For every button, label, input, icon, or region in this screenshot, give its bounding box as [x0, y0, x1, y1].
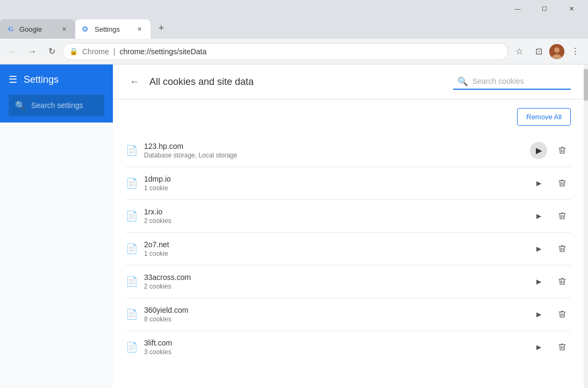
settings-favicon: ⚙ [82, 25, 90, 33]
tab-google[interactable]: G Google ✕ [0, 19, 75, 39]
avatar[interactable] [549, 44, 564, 59]
tab-settings-close[interactable]: ✕ [134, 24, 144, 34]
list-item: 📄 1rx.io 2 cookies ▶ [126, 200, 571, 233]
cookie-name: 123.hp.com [144, 142, 524, 150]
expand-button[interactable]: ▶ [530, 207, 547, 225]
sidebar-header: ☰ Settings [0, 64, 113, 95]
cookie-name: 3lift.com [144, 339, 524, 347]
remove-all-row: Remove All [126, 99, 571, 134]
list-item: 📄 33across.com 2 cookies ▶ [126, 265, 571, 298]
tab-search-button[interactable]: ⊡ [530, 43, 547, 60]
address-separator: | [113, 47, 116, 56]
expand-button[interactable]: ▶ [530, 339, 547, 356]
cookies-search-input[interactable] [472, 77, 567, 85]
cookie-info: 2o7.net 1 cookie [144, 240, 524, 257]
forward-button[interactable]: → [24, 43, 41, 60]
cookie-desc: 2 cookies [144, 217, 524, 225]
reload-button[interactable]: ↻ [43, 43, 60, 60]
cookie-name: 360yield.com [144, 306, 524, 314]
list-item: 📄 2o7.net 1 cookie ▶ [126, 233, 571, 265]
cookie-desc: Database storage, Local storage [144, 152, 524, 159]
file-icon: 📄 [126, 308, 138, 320]
list-item: 📄 1dmp.io 1 cookie ▶ [126, 167, 571, 200]
remove-all-button[interactable]: Remove All [517, 108, 571, 126]
nav-right-actions: ☆ ⊡ ⋮ [511, 43, 584, 60]
list-item: 📄 360yield.com 8 cookies ▶ [126, 298, 571, 331]
tab-settings-label: Settings [95, 25, 120, 33]
cookie-info: 123.hp.com Database storage, Local stora… [144, 142, 524, 159]
page-title: All cookies and site data [149, 76, 447, 88]
expand-button[interactable]: ▶ [530, 175, 547, 192]
delete-button[interactable] [554, 142, 571, 159]
list-item: 📄 3lift.com 3 cookies ▶ [126, 331, 571, 363]
address-bar[interactable]: 🔒 Chrome | chrome://settings/siteData [62, 43, 508, 60]
scrollbar[interactable] [584, 64, 588, 388]
expand-button[interactable]: ▶ [530, 240, 547, 257]
maximize-button[interactable]: ☐ [532, 0, 557, 17]
search-cookies-icon: 🔍 [457, 76, 468, 87]
file-icon: 📄 [126, 177, 138, 189]
file-icon: 📄 [126, 341, 138, 353]
expand-button[interactable]: ▶ [530, 306, 547, 323]
tab-bar: G Google ✕ ⚙ Settings ✕ + [0, 17, 588, 39]
back-to-settings-button[interactable]: ← [126, 73, 143, 90]
file-icon: 📄 [126, 276, 138, 288]
cookie-info: 1dmp.io 1 cookie [144, 175, 524, 192]
cookies-search-bar: 🔍 [453, 74, 571, 90]
cookie-name: 1rx.io [144, 207, 524, 216]
delete-button[interactable] [554, 175, 571, 192]
cookie-info: 360yield.com 8 cookies [144, 306, 524, 323]
settings-search-container: 🔍 [0, 95, 113, 123]
cookie-name: 2o7.net [144, 240, 524, 249]
tab-settings[interactable]: ⚙ Settings ✕ [75, 19, 150, 39]
delete-button[interactable] [554, 339, 571, 356]
scrollbar-thumb[interactable] [584, 69, 588, 101]
expand-button[interactable]: ▶ [530, 273, 547, 290]
address-chrome: Chrome [82, 47, 109, 56]
expand-button[interactable]: ▶ [530, 142, 547, 159]
tab-google-label: Google [19, 25, 42, 33]
app-body: ☰ Settings 🔍 ← All cookies and site data… [0, 64, 588, 388]
tab-google-close[interactable]: ✕ [59, 24, 69, 34]
settings-search-input[interactable] [31, 101, 125, 110]
sidebar: ☰ Settings 🔍 [0, 64, 113, 388]
title-bar: — ☐ ✕ [0, 0, 588, 17]
bookmark-button[interactable]: ☆ [511, 43, 528, 60]
google-favicon: G [6, 25, 15, 33]
nav-bar: ← → ↻ 🔒 Chrome | chrome://settings/siteD… [0, 39, 588, 64]
cookie-desc: 2 cookies [144, 283, 524, 290]
delete-button[interactable] [554, 240, 571, 257]
cookie-info: 1rx.io 2 cookies [144, 207, 524, 225]
main-content: ← All cookies and site data 🔍 Remove All… [113, 64, 584, 388]
svg-point-1 [554, 47, 560, 53]
close-button[interactable]: ✕ [559, 0, 584, 17]
hamburger-icon[interactable]: ☰ [9, 74, 17, 85]
sidebar-title: Settings [24, 74, 59, 85]
file-icon: 📄 [126, 210, 138, 222]
cookie-desc: 8 cookies [144, 315, 524, 323]
cookie-info: 33across.com 2 cookies [144, 273, 524, 290]
new-tab-button[interactable]: + [153, 19, 170, 37]
search-icon: 🔍 [15, 100, 26, 111]
chrome-menu-button[interactable]: ⋮ [567, 43, 584, 60]
cookie-desc: 1 cookie [144, 184, 524, 192]
list-item: 📄 123.hp.com Database storage, Local sto… [126, 134, 571, 167]
delete-button[interactable] [554, 207, 571, 225]
cookie-name: 1dmp.io [144, 175, 524, 183]
file-icon: 📄 [126, 145, 138, 156]
cookie-name: 33across.com [144, 273, 524, 282]
cookie-info: 3lift.com 3 cookies [144, 339, 524, 356]
content-header: ← All cookies and site data 🔍 [113, 64, 584, 99]
delete-button[interactable] [554, 306, 571, 323]
file-icon: 📄 [126, 243, 138, 255]
minimize-button[interactable]: — [505, 0, 530, 17]
cookie-list: 📄 123.hp.com Database storage, Local sto… [126, 134, 571, 363]
settings-search-bar: 🔍 [9, 95, 104, 116]
lock-icon: 🔒 [69, 47, 78, 55]
address-url: chrome://settings/siteData [119, 47, 206, 56]
delete-button[interactable] [554, 273, 571, 290]
back-button[interactable]: ← [4, 43, 21, 60]
cookie-list-area: Remove All 📄 123.hp.com Database storage… [113, 99, 584, 388]
cookie-desc: 1 cookie [144, 250, 524, 257]
cookie-desc: 3 cookies [144, 348, 524, 356]
